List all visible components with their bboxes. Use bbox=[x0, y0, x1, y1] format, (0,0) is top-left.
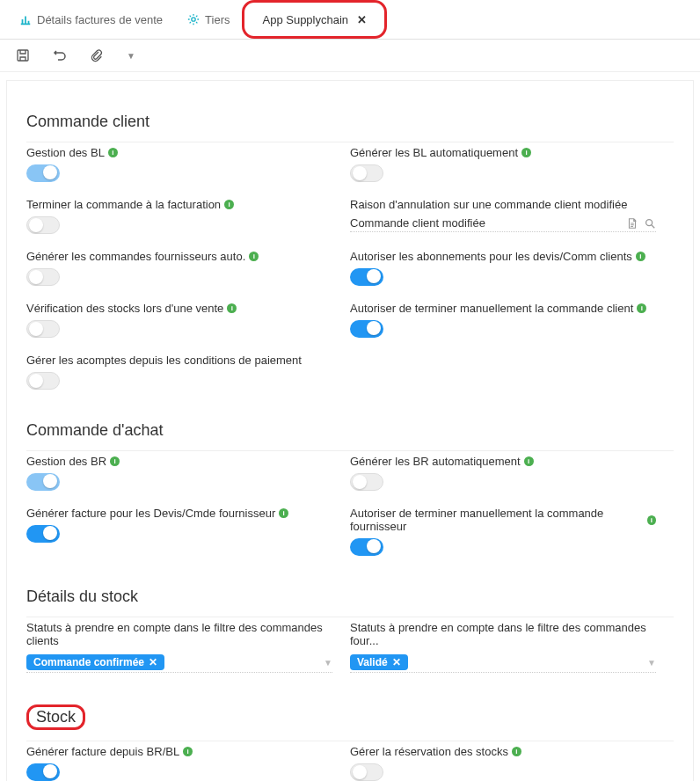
tab-details-factures[interactable]: Détails factures de vente bbox=[7, 0, 175, 39]
field-label: Statuts à prendre en compte dans le filt… bbox=[26, 621, 332, 647]
field-label: Gestion des BR bbox=[26, 455, 106, 468]
info-icon[interactable]: i bbox=[636, 252, 645, 261]
toggle-gen-br-auto[interactable] bbox=[350, 473, 383, 491]
tag-label: Validé bbox=[357, 656, 388, 668]
bar-chart-icon bbox=[19, 13, 32, 26]
close-icon[interactable]: ✕ bbox=[392, 656, 401, 668]
multiselect-statuts-clients[interactable]: Commande confirmée ✕ ▼ bbox=[26, 653, 332, 673]
info-icon[interactable]: i bbox=[524, 456, 534, 466]
lookup-raison-annulation[interactable]: Commande client modifiée bbox=[350, 216, 656, 232]
field-label: Autoriser les abonnements pour les devis… bbox=[350, 250, 632, 263]
tag: Validé ✕ bbox=[350, 654, 408, 670]
svg-point-2 bbox=[646, 219, 653, 225]
search-icon[interactable] bbox=[644, 217, 656, 230]
field-label: Autoriser de terminer manuellement la co… bbox=[350, 302, 633, 315]
section-title: Détails du stock bbox=[26, 588, 674, 606]
info-icon[interactable]: i bbox=[512, 747, 521, 756]
divider bbox=[26, 741, 674, 741]
field-label: Générer les commandes fournisseurs auto. bbox=[26, 250, 245, 263]
tab-label: Tiers bbox=[205, 13, 230, 26]
toggle-gerer-reservation[interactable] bbox=[350, 763, 383, 781]
tab-app-supplychain[interactable]: App Supplychain ✕ bbox=[250, 4, 379, 35]
divider bbox=[26, 450, 674, 451]
tag: Commande confirmée ✕ bbox=[26, 654, 164, 670]
chevron-down-icon[interactable]: ▼ bbox=[647, 658, 656, 668]
divider bbox=[26, 617, 674, 617]
close-icon[interactable]: ✕ bbox=[149, 656, 157, 668]
field-label: Vérification des stocks lors d'une vente bbox=[26, 302, 223, 315]
field-label: Gestion des BL bbox=[26, 146, 105, 159]
field-label: Terminer la commande à la facturation bbox=[26, 198, 221, 211]
field-label: Générer facture depuis BR/BL bbox=[26, 745, 179, 758]
tab-tiers[interactable]: Tiers bbox=[175, 0, 242, 39]
tab-bar: Détails factures de vente Tiers App Supp… bbox=[0, 0, 700, 40]
highlight-stock-section: Stock bbox=[26, 704, 85, 730]
toggle-gen-facture-brbl[interactable] bbox=[26, 763, 60, 781]
info-icon[interactable]: i bbox=[224, 200, 234, 209]
info-icon[interactable]: i bbox=[227, 303, 237, 313]
section-title: Stock bbox=[36, 708, 76, 726]
divider bbox=[26, 142, 674, 142]
toggle-autoriser-terminer-fournisseur[interactable] bbox=[350, 538, 383, 556]
info-icon[interactable]: i bbox=[183, 747, 193, 756]
highlight-active-tab: App Supplychain ✕ bbox=[242, 0, 387, 39]
svg-rect-1 bbox=[18, 50, 28, 61]
field-label: Statuts à prendre en compte dans le filt… bbox=[350, 621, 656, 647]
toggle-verif-stock[interactable] bbox=[26, 320, 60, 338]
toggle-gen-bl-auto[interactable] bbox=[350, 164, 383, 182]
save-icon[interactable] bbox=[16, 48, 30, 62]
chevron-down-icon[interactable]: ▼ bbox=[324, 658, 332, 668]
tab-label: Détails factures de vente bbox=[37, 13, 163, 26]
document-icon[interactable] bbox=[626, 217, 638, 230]
info-icon[interactable]: i bbox=[521, 148, 531, 157]
field-label: Générer les BR automatiquement bbox=[350, 455, 521, 468]
toggle-terminer-fact[interactable] bbox=[26, 216, 60, 234]
toggle-autoriser-abonnements[interactable] bbox=[350, 268, 383, 286]
gear-icon bbox=[187, 13, 200, 26]
info-icon[interactable]: i bbox=[647, 515, 656, 525]
field-value: Commande client modifiée bbox=[350, 216, 485, 230]
svg-point-0 bbox=[192, 18, 195, 21]
toggle-gerer-acomptes[interactable] bbox=[26, 372, 60, 390]
field-label: Gérer la réservation des stocks bbox=[350, 745, 508, 758]
field-label: Autoriser de terminer manuellement la co… bbox=[350, 507, 644, 533]
section-title: Commande client bbox=[26, 113, 674, 131]
info-icon[interactable]: i bbox=[110, 456, 120, 466]
toggle-autoriser-terminer-client[interactable] bbox=[350, 320, 383, 338]
chevron-down-icon[interactable]: ▼ bbox=[127, 51, 135, 61]
info-icon[interactable]: i bbox=[637, 303, 646, 313]
field-label: Gérer les acomptes depuis les conditions… bbox=[26, 354, 302, 367]
multiselect-statuts-fournisseurs[interactable]: Validé ✕ ▼ bbox=[350, 653, 656, 673]
tab-label: App Supplychain bbox=[262, 13, 348, 26]
section-title: Commande d'achat bbox=[26, 421, 674, 440]
toggle-gen-cmd-four[interactable] bbox=[26, 268, 60, 286]
tag-label: Commande confirmée bbox=[33, 656, 144, 668]
form-card: Commande client Gestion des BL i Générer… bbox=[7, 81, 693, 781]
toolbar: ▼ bbox=[0, 40, 700, 72]
info-icon[interactable]: i bbox=[279, 508, 288, 518]
toggle-gen-facture-devis[interactable] bbox=[26, 525, 60, 543]
info-icon[interactable]: i bbox=[108, 148, 118, 157]
info-icon[interactable]: i bbox=[249, 252, 259, 261]
field-label: Raison d'annulation sur une commande cli… bbox=[350, 198, 627, 211]
field-label: Générer les BL automatiquement bbox=[350, 146, 518, 159]
attachment-icon[interactable] bbox=[90, 48, 104, 62]
toggle-gestion-br[interactable] bbox=[26, 473, 60, 491]
field-label: Générer facture pour les Devis/Cmde four… bbox=[26, 507, 275, 520]
close-icon[interactable]: ✕ bbox=[357, 13, 367, 26]
toggle-gestion-bl[interactable] bbox=[26, 164, 60, 182]
undo-icon[interactable] bbox=[53, 48, 67, 62]
